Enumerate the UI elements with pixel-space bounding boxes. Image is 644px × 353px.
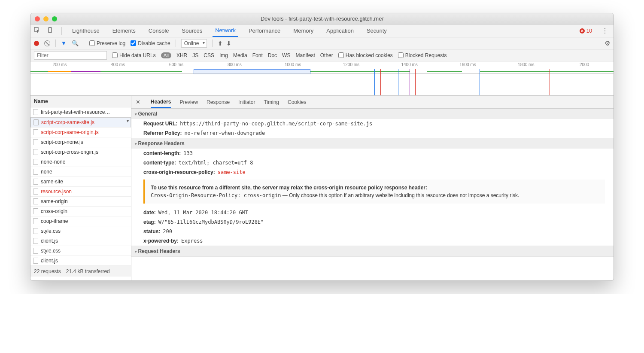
- callout-rest: — Only choose this option if an arbitrar…: [281, 192, 519, 198]
- request-row[interactable]: same-site: [30, 177, 131, 187]
- filter-manifest[interactable]: Manifest: [295, 52, 315, 58]
- request-row[interactable]: coop-iframe: [30, 216, 131, 226]
- section-response-headers-header[interactable]: Response Headers: [131, 138, 614, 149]
- filter-all[interactable]: All: [161, 52, 171, 58]
- separator: [84, 40, 84, 47]
- file-icon: [33, 159, 38, 165]
- tab-console[interactable]: Console: [146, 24, 172, 37]
- separator: [212, 40, 213, 47]
- request-row[interactable]: script-corp-same-site.js: [30, 117, 131, 128]
- clear-icon[interactable]: [44, 40, 50, 46]
- request-row[interactable]: style.css: [30, 226, 131, 236]
- filter-icon[interactable]: ▼: [61, 40, 67, 46]
- disable-cache-checkbox[interactable]: Disable cache: [131, 40, 170, 46]
- request-row[interactable]: first-party-test-with-resource…: [30, 107, 131, 117]
- filter-font[interactable]: Font: [252, 52, 263, 58]
- section-response-headers: Response Headers content-length:133 cont…: [131, 138, 614, 246]
- tab-lighthouse[interactable]: Lighthouse: [70, 24, 102, 37]
- detail-tab-response[interactable]: Response: [207, 99, 230, 105]
- request-row[interactable]: script-corp-cross-origin.js: [30, 147, 131, 157]
- blocked-requests-checkbox[interactable]: Blocked Requests: [398, 52, 447, 58]
- request-url-key: Request URL:: [143, 121, 177, 127]
- filter-media[interactable]: Media: [233, 52, 247, 58]
- tick: 1200 ms: [322, 62, 380, 67]
- throttle-select[interactable]: Online: [181, 39, 207, 48]
- request-row[interactable]: script-corp-none.js: [30, 137, 131, 147]
- close-detail-icon[interactable]: ✕: [136, 99, 140, 105]
- record-icon[interactable]: [34, 41, 39, 46]
- referrer-policy-value: no-referrer-when-downgrade: [184, 130, 265, 136]
- error-count-badge[interactable]: ✕10: [580, 28, 592, 34]
- request-list-header[interactable]: Name: [30, 96, 131, 107]
- request-row[interactable]: client.js: [30, 256, 131, 266]
- request-name: style.css: [41, 248, 61, 254]
- corp-warning-callout: To use this resource from a different si…: [143, 180, 605, 204]
- filter-xhr[interactable]: XHR: [176, 52, 187, 58]
- search-icon[interactable]: 🔍: [72, 40, 79, 46]
- settings-icon[interactable]: ⚙: [605, 40, 610, 47]
- request-row[interactable]: cross-origin: [30, 207, 131, 216]
- tab-application[interactable]: Application: [324, 24, 356, 37]
- tab-network[interactable]: Network: [213, 24, 238, 37]
- request-row[interactable]: none-none: [30, 157, 131, 167]
- upload-har-icon[interactable]: ⬆: [218, 40, 223, 47]
- request-row[interactable]: resource.json: [30, 187, 131, 197]
- filter-doc[interactable]: Doc: [268, 52, 277, 58]
- traffic-lights: [35, 16, 57, 21]
- detail-tab-cookies[interactable]: Cookies: [288, 99, 306, 105]
- has-blocked-cookies-label: Has blocked cookies: [346, 52, 393, 58]
- main-split: Name first-party-test-with-resource…scri…: [30, 96, 614, 280]
- request-name: script-corp-same-site.js: [41, 119, 94, 125]
- file-icon: [33, 248, 38, 254]
- more-icon[interactable]: ⋮: [600, 27, 610, 35]
- request-name: first-party-test-with-resource…: [41, 109, 110, 115]
- detail-tab-headers[interactable]: Headers: [151, 99, 171, 108]
- request-name: script-corp-cross-origin.js: [41, 149, 98, 155]
- svg-rect-1: [49, 27, 52, 33]
- tab-performance[interactable]: Performance: [246, 24, 283, 37]
- file-icon: [33, 129, 38, 135]
- tick: 2000: [555, 62, 614, 67]
- status-bar: 22 requests 21.4 kB transferred: [30, 266, 131, 277]
- request-row[interactable]: client.js: [30, 236, 131, 246]
- preserve-log-checkbox[interactable]: Preserve log: [89, 40, 125, 46]
- filter-js[interactable]: JS: [192, 52, 198, 58]
- filter-input[interactable]: [34, 51, 107, 60]
- etag-key: etag:: [143, 219, 156, 225]
- device-toggle-icon[interactable]: [48, 27, 54, 34]
- tab-memory[interactable]: Memory: [291, 24, 316, 37]
- download-har-icon[interactable]: ⬇: [226, 40, 231, 47]
- filter-css[interactable]: CSS: [204, 52, 214, 58]
- detail-tab-preview[interactable]: Preview: [179, 99, 198, 105]
- tick: 1800 ms: [497, 62, 555, 67]
- request-row[interactable]: script-corp-same-origin.js: [30, 128, 131, 137]
- filter-other[interactable]: Other: [320, 52, 333, 58]
- tick: 400 ms: [89, 62, 147, 67]
- zoom-icon[interactable]: [52, 16, 57, 21]
- status-requests: 22 requests: [34, 268, 61, 274]
- request-row[interactable]: none: [30, 167, 131, 177]
- blocked-requests-label: Blocked Requests: [405, 52, 447, 58]
- close-icon[interactable]: [35, 16, 40, 21]
- tab-sources[interactable]: Sources: [179, 24, 205, 37]
- request-row[interactable]: style.css: [30, 246, 131, 256]
- hide-data-urls-checkbox[interactable]: Hide data URLs: [112, 52, 156, 58]
- inspect-icon[interactable]: [34, 27, 40, 34]
- filter-img[interactable]: Img: [219, 52, 228, 58]
- network-toolbar: ▼ 🔍 Preserve log Disable cache Online ⬆ …: [30, 37, 614, 49]
- filter-ws[interactable]: WS: [282, 52, 290, 58]
- has-blocked-cookies-checkbox[interactable]: Has blocked cookies: [338, 52, 393, 58]
- request-row[interactable]: same-origin: [30, 197, 131, 207]
- section-request-headers-header[interactable]: Request Headers: [131, 246, 614, 256]
- detail-tab-timing[interactable]: Timing: [264, 99, 279, 105]
- callout-code: Cross-Origin-Resource-Policy: cross-orig…: [151, 192, 281, 198]
- section-general-header[interactable]: General: [131, 109, 614, 119]
- file-icon: [33, 169, 38, 175]
- detail-tab-initiator[interactable]: Initiator: [238, 99, 255, 105]
- tab-elements[interactable]: Elements: [110, 24, 138, 37]
- minimize-icon[interactable]: [43, 16, 49, 21]
- tab-security[interactable]: Security: [364, 24, 389, 37]
- xpb-key: x-powered-by:: [143, 238, 179, 244]
- panel-tabs: Lighthouse Elements Console Sources Netw…: [30, 24, 614, 37]
- waterfall-overview[interactable]: 200 ms 400 ms 600 ms 800 ms 1000 ms 1200…: [30, 61, 614, 96]
